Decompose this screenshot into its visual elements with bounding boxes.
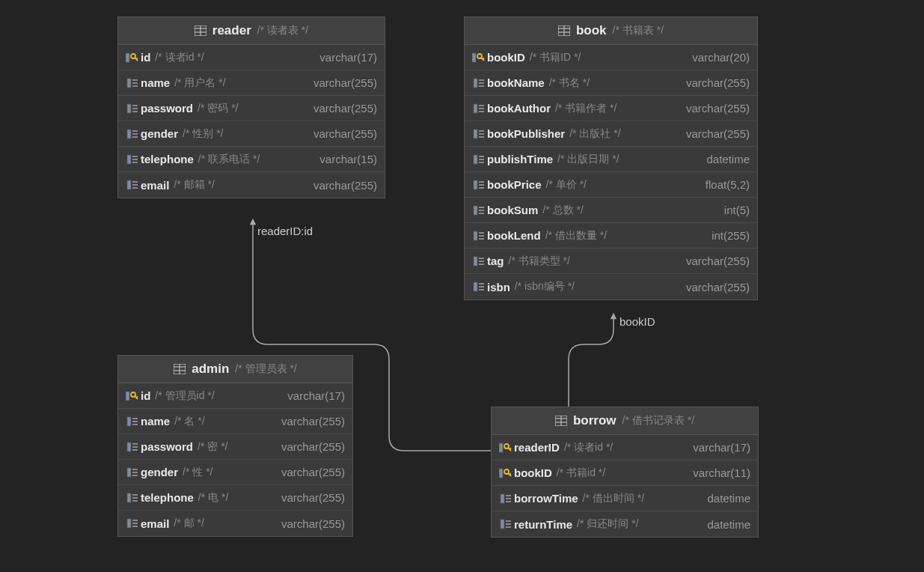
column-type: varchar(255)	[686, 76, 750, 89]
svg-rect-50	[479, 159, 484, 160]
svg-rect-10	[132, 82, 138, 84]
column-row[interactable]: email/* 邮 */varchar(255)	[118, 511, 352, 536]
column-row[interactable]: password/* 密 */varchar(255)	[118, 434, 352, 460]
svg-rect-54	[479, 184, 484, 186]
column-row[interactable]: bookID/* 书籍ID */varchar(20)	[465, 45, 757, 70]
table-borrow[interactable]: borrow/* 借书记录表 */readerID/* 读者id */varch…	[491, 407, 759, 538]
svg-rect-58	[479, 210, 484, 211]
column-comment: /* 归还时间 */	[577, 517, 638, 531]
column-icon	[473, 205, 485, 216]
svg-rect-69	[479, 283, 484, 285]
svg-rect-99	[132, 526, 138, 527]
column-row[interactable]: gender/* 性别 */varchar(255)	[118, 121, 385, 147]
svg-rect-85	[132, 443, 138, 445]
svg-rect-49	[479, 156, 484, 157]
column-row[interactable]: id/* 管理员id */varchar(17)	[118, 383, 352, 409]
table-book[interactable]: book/* 书籍表 */bookID/* 书籍ID */varchar(20)…	[464, 16, 758, 300]
column-icon	[473, 129, 485, 139]
svg-rect-42	[479, 108, 484, 109]
column-row[interactable]: borrowTime/* 借出时间 */datetime	[492, 486, 758, 511]
svg-rect-68	[474, 282, 477, 291]
column-type: datetime	[707, 492, 750, 505]
svg-rect-19	[132, 136, 138, 138]
column-name: id	[141, 51, 150, 64]
table-admin[interactable]: admin/* 管理员表 */id/* 管理员id */varchar(17)n…	[117, 355, 353, 537]
column-row[interactable]: name/* 名 */varchar(255)	[118, 409, 352, 434]
primary-key-icon	[126, 52, 139, 63]
column-icon	[126, 442, 138, 452]
svg-rect-14	[132, 108, 138, 109]
column-row[interactable]: bookLend/* 借出数量 */int(255)	[465, 223, 757, 249]
column-icon	[126, 180, 138, 190]
column-row[interactable]: name/* 用户名 */varchar(255)	[118, 70, 385, 96]
svg-rect-114	[506, 498, 511, 499]
column-comment: /* 借出时间 */	[583, 492, 644, 505]
svg-rect-116	[501, 520, 504, 529]
svg-rect-89	[132, 469, 138, 470]
column-row[interactable]: telephone/* 联系电话 */varchar(15)	[118, 147, 385, 172]
svg-rect-118	[506, 523, 511, 525]
svg-rect-90	[132, 472, 138, 473]
column-type: varchar(255)	[686, 281, 750, 293]
svg-rect-9	[132, 79, 138, 81]
column-icon	[126, 518, 138, 529]
column-row[interactable]: password/* 密码 */varchar(255)	[118, 96, 385, 121]
svg-rect-119	[506, 526, 511, 528]
column-row[interactable]: tag/* 书籍类型 */varchar(255)	[465, 249, 757, 274]
svg-rect-84	[127, 442, 131, 451]
column-row[interactable]: bookPrice/* 单价 */float(5,2)	[465, 172, 757, 198]
column-row[interactable]: telephone/* 电 */varchar(255)	[118, 485, 352, 511]
svg-rect-60	[474, 231, 477, 240]
svg-rect-45	[479, 130, 484, 132]
column-type: int(5)	[724, 204, 750, 216]
column-row[interactable]: returnTime/* 归还时间 */datetime	[492, 511, 758, 537]
column-name: password	[141, 440, 193, 453]
column-row[interactable]: isbn/* isbn编号 */varchar(255)	[465, 274, 757, 299]
column-icon	[500, 519, 512, 529]
table-header[interactable]: admin/* 管理员表 */	[118, 356, 352, 383]
table-title: book	[576, 23, 607, 38]
relationship-label: bookID	[619, 315, 655, 328]
table-icon	[174, 364, 186, 374]
column-type: varchar(255)	[686, 255, 750, 267]
table-reader[interactable]: reader/* 读者表 */id/* 读者id */varchar(17)na…	[117, 16, 385, 198]
primary-key-icon	[472, 52, 486, 63]
column-row[interactable]: bookSum/* 总数 */int(5)	[465, 198, 757, 223]
svg-rect-18	[132, 133, 138, 135]
svg-rect-96	[127, 519, 131, 528]
column-name: bookID	[514, 466, 552, 479]
svg-rect-113	[506, 495, 511, 496]
column-comment: /* 管理员id */	[155, 389, 214, 403]
svg-rect-82	[132, 421, 138, 422]
column-row[interactable]: bookAuthor/* 书籍作者 */varchar(255)	[465, 96, 757, 121]
column-type: varchar(255)	[313, 76, 377, 89]
column-type: varchar(20)	[692, 51, 750, 64]
table-header[interactable]: book/* 书籍表 */	[465, 17, 757, 45]
column-name: bookSum	[487, 204, 538, 216]
table-header[interactable]: borrow/* 借书记录表 */	[492, 407, 758, 435]
column-row[interactable]: email/* 邮箱 */varchar(255)	[118, 172, 385, 198]
column-row[interactable]: bookPublisher/* 出版社 */varchar(255)	[465, 121, 757, 147]
column-icon	[473, 231, 485, 241]
svg-rect-52	[474, 180, 477, 189]
column-row[interactable]: publishTime/* 出版日期 */datetime	[465, 147, 757, 172]
column-row[interactable]: bookID/* 书籍id */varchar(11)	[492, 460, 758, 486]
column-row[interactable]: gender/* 性 */varchar(255)	[118, 460, 352, 485]
table-comment: /* 读者表 */	[257, 24, 308, 37]
svg-rect-71	[479, 289, 484, 290]
svg-rect-57	[479, 207, 484, 208]
column-comment: /* 性 */	[183, 466, 212, 479]
column-comment: /* isbn编号 */	[515, 280, 575, 293]
column-comment: /* 书籍id */	[557, 466, 605, 480]
column-row[interactable]: bookName/* 书名 */varchar(255)	[465, 70, 757, 96]
svg-rect-62	[479, 235, 484, 237]
column-row[interactable]: id/* 读者id */varchar(17)	[118, 45, 385, 70]
table-header[interactable]: reader/* 读者表 */	[118, 17, 385, 45]
column-comment: /* 书籍作者 */	[555, 102, 616, 115]
svg-rect-76	[126, 392, 129, 401]
column-name: publishTime	[487, 153, 553, 165]
column-row[interactable]: readerID/* 读者id */varchar(17)	[492, 435, 758, 460]
svg-rect-25	[132, 181, 138, 183]
column-name: name	[141, 76, 170, 89]
table-icon	[555, 416, 567, 426]
